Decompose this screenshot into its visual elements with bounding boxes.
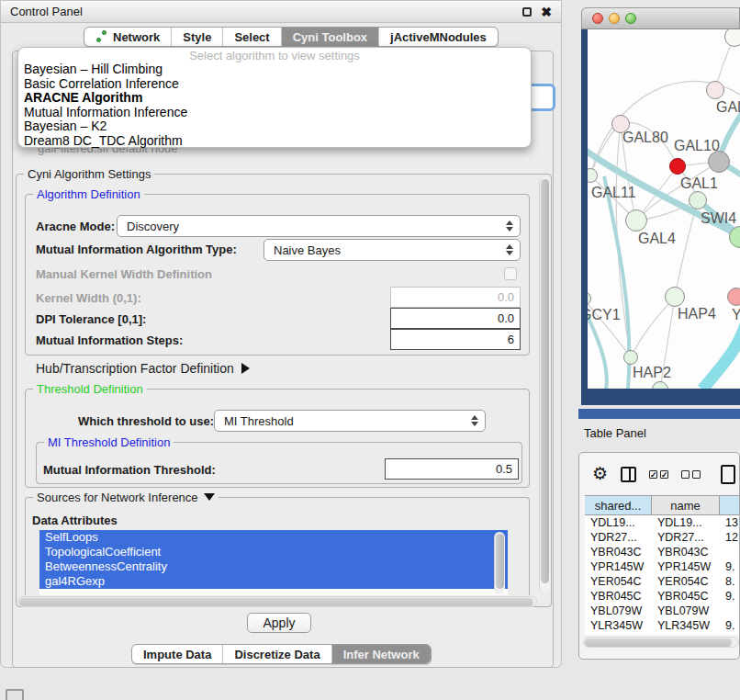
algorithm-option[interactable]: Bayesian – K2: [18, 119, 531, 134]
column-header-partial[interactable]: [720, 496, 740, 514]
mi-steps-field[interactable]: 6: [390, 329, 521, 350]
table-toolbar: ⚙ ✓✓: [579, 458, 739, 490]
tab-infer-network[interactable]: Infer Network: [332, 645, 431, 663]
attribute-list-scrollbar[interactable]: [494, 532, 505, 593]
table-cell: YBL079W: [585, 604, 652, 618]
node-label: GAL11: [591, 185, 636, 201]
tab-jactivemnodules[interactable]: jActiveMNodules: [379, 28, 498, 46]
attribute-list-item[interactable]: TopologicalCoefficient: [39, 545, 508, 559]
network-node-y[interactable]: [727, 288, 740, 306]
attribute-list-item[interactable]: gal4RGexp: [39, 574, 508, 589]
columns-icon[interactable]: [621, 467, 636, 482]
which-threshold-combobox[interactable]: MI Threshold: [214, 410, 486, 432]
table-row[interactable]: YDR27...YDR27...12: [585, 530, 740, 545]
network-window-titlebar[interactable]: [581, 7, 740, 29]
table-cell: YDR27...: [585, 530, 652, 545]
control-panel-tabstrip: Network Style Select Cyni Toolbox jActiv…: [84, 27, 499, 47]
network-node-gal1[interactable]: [689, 191, 707, 209]
sources-title-text: Sources for Network Inference: [37, 491, 198, 504]
table-body: YDL19...YDL19...13YDR27...YDR27...12YBR0…: [585, 515, 740, 635]
hub-definition-label: Hub/Transcription Factor Definition: [36, 361, 234, 376]
column-header-shared-name[interactable]: shared...: [585, 496, 652, 514]
algorithm-option[interactable]: Mutual Information Inference: [18, 106, 531, 120]
mi-type-label: Mutual Information Algorithm Type:: [36, 243, 237, 256]
dpi-tolerance-label: DPI Tolerance [0,1]:: [36, 312, 146, 326]
tab-impute-data[interactable]: Impute Data: [132, 645, 223, 663]
table-cell: 9.: [720, 618, 740, 633]
hub-definition-toggle[interactable]: Hub/Transcription Factor Definition: [36, 361, 250, 376]
gear-icon[interactable]: ⚙: [592, 465, 608, 483]
mi-threshold-field[interactable]: 0.5: [385, 458, 519, 480]
tab-label: Style: [183, 30, 211, 44]
minimize-traffic-icon[interactable]: [609, 13, 620, 24]
table-row[interactable]: YIL052CYIL052C9: [585, 633, 740, 635]
control-panel-window: Control Panel ✖ Network Style Select Cyn…: [0, 0, 562, 668]
table-cell: YBR043C: [652, 545, 720, 559]
float-window-icon[interactable]: [522, 7, 532, 17]
table-row[interactable]: YBR043CYBR043C: [585, 545, 740, 559]
dpi-tolerance-field[interactable]: 0.0: [390, 308, 521, 329]
select-all-columns-icon[interactable]: ✓✓: [649, 470, 668, 479]
network-node[interactable]: [669, 158, 686, 175]
kernel-width-field[interactable]: 0.0: [390, 287, 521, 308]
apply-button[interactable]: Apply: [247, 613, 311, 633]
network-node-hap2[interactable]: [623, 350, 638, 365]
attribute-list-item[interactable]: BetweennessCentrality: [39, 559, 508, 574]
deselect-all-columns-icon[interactable]: [681, 470, 701, 479]
table-cell: YBL079W: [652, 604, 720, 618]
algorithm-option[interactable]: Bayesian – Hill Climbing: [18, 62, 531, 77]
attribute-list-item[interactable]: SelfLoops: [39, 530, 508, 545]
tab-label: Infer Network: [343, 648, 420, 661]
algorithm-option[interactable]: Basic Correlation Inference: [18, 77, 531, 92]
table-row[interactable]: YDL19...YDL19...13: [585, 515, 740, 530]
network-view-frame: GAL8GAL80GAL10GAL11GAL1SWI4GAL4GCY1HAP4Y…: [581, 29, 740, 405]
table-cell: YDL19...: [585, 515, 652, 530]
close-traffic-icon[interactable]: [592, 13, 603, 24]
tab-label: Impute Data: [143, 648, 211, 661]
mi-threshold-label: Mutual Information Threshold:: [43, 463, 216, 477]
node-label: GAL10: [674, 138, 720, 154]
table-cell: 13: [720, 515, 740, 530]
table-row[interactable]: YLR345WYLR345W9.: [585, 618, 740, 633]
stepper-arrows-icon: [503, 220, 520, 231]
zoom-traffic-icon[interactable]: [625, 13, 636, 24]
aracne-mode-combobox[interactable]: Discovery: [117, 215, 521, 237]
table-row[interactable]: YBL079WYBL079W: [585, 604, 740, 618]
tab-cyni-toolbox[interactable]: Cyni Toolbox: [282, 28, 379, 46]
table-row[interactable]: YBR045CYBR045C9.: [585, 589, 740, 604]
export-table-icon[interactable]: [721, 465, 735, 484]
table-horizontal-scrollbar[interactable]: [583, 637, 739, 648]
chevron-down-icon[interactable]: [204, 493, 215, 501]
which-threshold-value: MI Threshold: [224, 414, 294, 428]
algorithm-option[interactable]: ARACNE Algorithm: [18, 91, 531, 106]
minimized-panel-icon[interactable]: [6, 689, 24, 700]
tab-network[interactable]: Network: [84, 28, 172, 46]
tab-discretize-data[interactable]: Discretize Data: [223, 645, 331, 663]
tab-select[interactable]: Select: [223, 28, 281, 46]
stepper-arrows-icon: [468, 415, 485, 426]
algorithm-option[interactable]: Dream8 DC_TDC Algorithm: [18, 134, 531, 149]
mi-type-value: Naive Bayes: [274, 243, 341, 257]
network-node-gal8[interactable]: [706, 81, 724, 99]
table-cell: YBR043C: [585, 545, 652, 559]
table-row[interactable]: YER054CYER054C8.: [585, 574, 740, 589]
node-label: GAL1: [680, 175, 718, 192]
table-cell: YPR145W: [585, 559, 652, 574]
node-label: Y: [732, 307, 740, 323]
settings-horizontal-scrollbar[interactable]: [17, 596, 537, 607]
network-canvas[interactable]: GAL8GAL80GAL10GAL11GAL1SWI4GAL4GCY1HAP4Y…: [588, 29, 740, 389]
manual-kernel-checkbox[interactable]: [504, 267, 517, 280]
mi-type-combobox[interactable]: Naive Bayes: [263, 239, 521, 261]
node-label: GAL4: [638, 231, 676, 247]
settings-vertical-scrollbar[interactable]: [539, 177, 550, 593]
mi-steps-label: Mutual Information Steps:: [36, 333, 183, 347]
close-icon[interactable]: ✖: [541, 7, 552, 17]
column-header-name[interactable]: name: [652, 496, 720, 514]
network-icon: [95, 30, 108, 43]
aracne-mode-value: Discovery: [127, 220, 179, 233]
tab-style[interactable]: Style: [172, 28, 223, 46]
network-node-gal4[interactable]: [625, 209, 647, 231]
algorithm-popup-prompt: Select algorithm to view settings: [18, 50, 531, 62]
network-node-hap4[interactable]: [665, 287, 685, 307]
table-row[interactable]: YPR145WYPR145W9.: [585, 559, 740, 574]
